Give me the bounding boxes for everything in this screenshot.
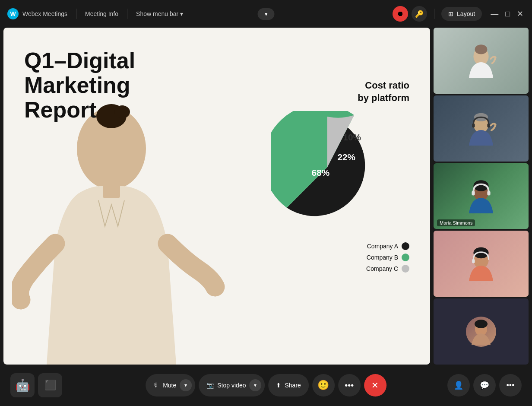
svg-rect-14 — [472, 191, 475, 195]
maximize-icon: □ — [505, 10, 510, 18]
collapse-button[interactable]: ▾ — [258, 8, 275, 20]
main-content: Q1–DigitalMarketing Report Cost ratioby … — [0, 28, 532, 365]
end-icon: ✕ — [371, 380, 379, 390]
minimize-button[interactable]: — — [489, 8, 500, 20]
svg-rect-5 — [103, 181, 120, 198]
participant-avatar-5 — [466, 317, 496, 347]
end-call-button[interactable]: ✕ — [364, 374, 386, 396]
mute-chevron[interactable]: ▾ — [180, 379, 192, 391]
chevron-down-icon: ▾ — [180, 10, 183, 17]
legend-label-b: Company B — [367, 254, 398, 261]
close-icon: ✕ — [517, 10, 523, 18]
divider-3 — [434, 9, 434, 19]
legend-label-a: Company A — [367, 243, 398, 250]
chevron-down-icon: ▾ — [254, 382, 256, 388]
show-menu-bar-btn[interactable]: Show menu bar ▾ — [136, 10, 183, 17]
top-bar-center: ▾ — [258, 8, 275, 20]
participant-avatar-4 — [464, 247, 498, 281]
legend-item-b: Company B — [367, 254, 409, 261]
more-button[interactable]: ••• — [338, 374, 361, 396]
legend-item-c: Company C — [366, 265, 409, 273]
webex-logo-icon: W — [7, 8, 19, 20]
bottom-bar: 🤖 ⬛ 🎙 Mute ▾ 📷 Stop video ▾ ⬆ Share 🙂 — [0, 365, 532, 406]
participant-tile-5[interactable] — [434, 298, 529, 365]
bottom-bar-right: 👤 💬 ••• — [447, 374, 522, 396]
participant-tile-1[interactable] — [434, 28, 529, 94]
presenter-silhouette — [12, 97, 228, 365]
record-button[interactable]: ⏺ — [393, 6, 408, 22]
participant-avatar-2 — [464, 111, 498, 146]
legend-dot-b — [402, 254, 409, 261]
key-icon: 🔑 — [415, 10, 424, 18]
stop-video-button[interactable]: 📷 Stop video ▾ — [199, 374, 265, 396]
ai-assistant-button[interactable]: 🤖 — [10, 373, 35, 397]
divider-1 — [76, 9, 76, 19]
meeting-info-link[interactable]: Meeting Info — [85, 10, 118, 17]
svg-rect-15 — [487, 191, 490, 195]
webex-logo: W Webex Meetings — [7, 8, 67, 20]
participants-button[interactable]: 👤 — [447, 374, 470, 396]
record-icon: ⏺ — [397, 10, 404, 18]
chart-legend: Company A Company B Company C — [254, 242, 409, 273]
participant-avatar-1 — [464, 43, 498, 78]
participant-name-maria: Maria Simmons — [437, 219, 475, 226]
minimize-icon: — — [491, 10, 498, 18]
layout-button[interactable]: ⊞ Layout — [441, 7, 482, 21]
legend-dot-c — [402, 265, 409, 273]
bottom-bar-left: 🤖 ⬛ — [10, 373, 62, 397]
presentation-area: Q1–DigitalMarketing Report Cost ratioby … — [3, 28, 430, 365]
top-bar-right: ⏺ 🔑 ⊞ Layout — □ ✕ — [393, 6, 525, 22]
app-title: Webex Meetings — [22, 10, 67, 17]
mute-label: Mute — [163, 382, 176, 389]
share-label: Share — [285, 382, 301, 389]
share-button[interactable]: ⬆ Share — [268, 374, 308, 396]
maximize-button[interactable]: □ — [504, 8, 512, 20]
share-icon: ⬆ — [276, 382, 281, 389]
bottom-bar-center: 🎙 Mute ▾ 📷 Stop video ▾ ⬆ Share 🙂 ••• ✕ — [146, 374, 386, 396]
chevron-down-icon: ▾ — [184, 382, 187, 388]
participants-panel: Maria Simmons — [434, 28, 529, 365]
participant-tile-2[interactable] — [434, 95, 529, 162]
video-chevron[interactable]: ▾ — [249, 379, 261, 391]
mute-button[interactable]: 🎙 Mute ▾ — [146, 374, 195, 396]
svg-text:W: W — [10, 10, 16, 17]
svg-rect-11 — [487, 124, 490, 128]
participant-avatar-3 — [464, 179, 498, 213]
legend-item-a: Company A — [367, 242, 409, 250]
key-button[interactable]: 🔑 — [412, 6, 427, 22]
pie-label-10: 10% — [343, 132, 361, 142]
emoji-icon: 🙂 — [317, 380, 329, 390]
svg-rect-18 — [472, 259, 475, 263]
participant-tile-3[interactable]: Maria Simmons — [434, 163, 529, 229]
window-controls: — □ ✕ — [489, 7, 525, 20]
legend-label-c: Company C — [366, 265, 398, 272]
divider-2 — [127, 9, 127, 19]
chat-button[interactable]: 💬 — [473, 374, 496, 396]
svg-point-7 — [475, 45, 488, 54]
more-options-button[interactable]: ••• — [499, 374, 522, 396]
more-icon: ••• — [345, 381, 354, 390]
emoji-button[interactable]: 🙂 — [312, 374, 335, 396]
more-options-icon: ••• — [507, 381, 515, 390]
ai-icon: 🤖 — [15, 378, 30, 393]
svg-point-20 — [475, 320, 488, 328]
chevron-down-icon: ▾ — [265, 11, 268, 17]
close-button[interactable]: ✕ — [515, 7, 525, 20]
pie-label-22: 22% — [337, 152, 355, 162]
slide-title: Q1–DigitalMarketing Report — [24, 48, 206, 123]
top-bar-left: W Webex Meetings Meeting Info Show menu … — [7, 8, 183, 20]
layout-label: Layout — [457, 10, 475, 17]
participants-icon: 👤 — [454, 381, 463, 390]
captions-button[interactable]: ⬛ — [38, 373, 62, 397]
caption-icon: ⬛ — [44, 380, 56, 391]
stop-video-label: Stop video — [217, 382, 246, 389]
chat-icon: 💬 — [480, 381, 489, 390]
svg-rect-10 — [472, 124, 475, 128]
legend-dot-a — [402, 242, 409, 250]
video-icon: 📷 — [206, 382, 214, 389]
mic-icon: 🎙 — [153, 382, 159, 389]
pie-chart: 68% 22% 10% — [271, 111, 392, 232]
participant-tile-4[interactable] — [434, 231, 529, 297]
top-bar: W Webex Meetings Meeting Info Show menu … — [0, 0, 532, 28]
layout-icon: ⊞ — [448, 10, 453, 17]
